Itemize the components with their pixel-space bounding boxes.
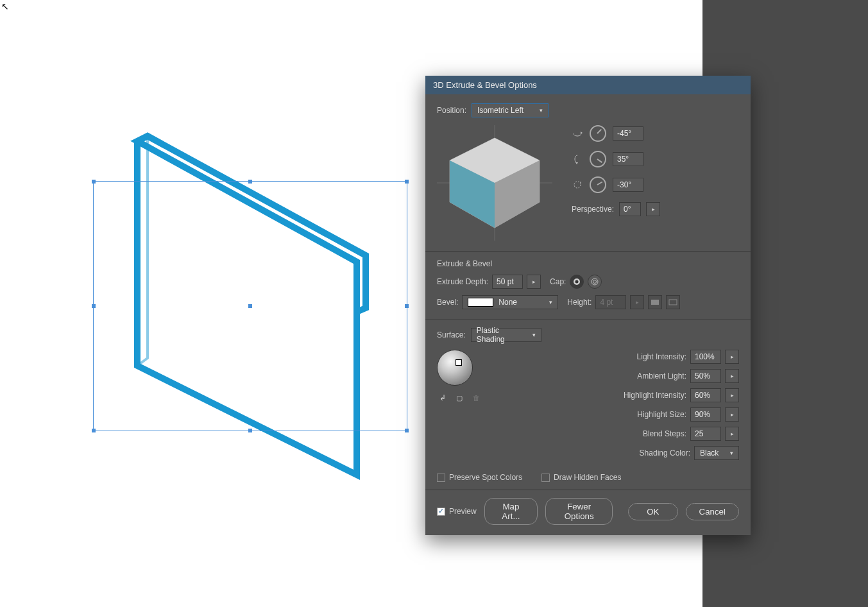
- chevron-down-icon: ▾: [532, 332, 536, 338]
- blend-steps-value[interactable]: 25: [690, 427, 721, 441]
- trash-icon: 🗑: [473, 394, 480, 402]
- checkbox-icon: [541, 474, 550, 482]
- ambient-light-value[interactable]: 50%: [690, 369, 721, 383]
- surface-select[interactable]: Plastic Shading ▾: [471, 328, 541, 342]
- preserve-spot-checkbox[interactable]: Preserve Spot Colors: [437, 473, 522, 482]
- light-intensity-stepper[interactable]: ▸: [725, 350, 739, 364]
- handle-mr[interactable]: [405, 304, 409, 308]
- handle-bl[interactable]: [92, 429, 96, 432]
- lighting-sphere[interactable]: [437, 350, 473, 386]
- arrow-icon: ↲: [439, 393, 446, 402]
- extrude-section-title: Extrude & Bevel: [437, 259, 739, 268]
- handle-ml[interactable]: [92, 304, 96, 308]
- highlight-size-value[interactable]: 90%: [690, 407, 721, 422]
- rotate-y-value[interactable]: 35°: [613, 152, 643, 166]
- extrude-depth-stepper[interactable]: ▸: [527, 275, 541, 289]
- chevron-down-icon: ▾: [540, 107, 543, 114]
- highlight-size-label: Highlight Size:: [572, 410, 686, 419]
- rotate-y-knob[interactable]: [590, 151, 606, 167]
- blend-steps-stepper[interactable]: ▸: [725, 427, 739, 441]
- rotate-y-icon: [572, 153, 583, 165]
- rotation-preview-cube[interactable]: [437, 125, 552, 241]
- highlight-intensity-value[interactable]: 60%: [690, 388, 721, 402]
- preserve-spot-label: Preserve Spot Colors: [449, 473, 522, 482]
- perspective-value[interactable]: 0°: [619, 202, 641, 216]
- handle-bm[interactable]: [248, 429, 252, 432]
- highlight-intensity-label: Highlight Intensity:: [572, 391, 686, 400]
- cursor-icon: ↖: [1, 1, 9, 12]
- svg-point-6: [574, 182, 581, 188]
- chevron-right-icon: ▸: [731, 411, 734, 418]
- svg-point-10: [593, 280, 597, 284]
- perspective-stepper[interactable]: ▸: [646, 202, 660, 216]
- chevron-right-icon: ▸: [652, 206, 655, 212]
- dialog-3d-extrude-bevel: 3D Extrude & Bevel Options Position: Iso…: [425, 76, 751, 535]
- highlight-intensity-stepper[interactable]: ▸: [725, 388, 739, 402]
- handle-tm[interactable]: [248, 180, 252, 184]
- height-value: 4 pt: [595, 295, 626, 309]
- bevel-label: Bevel:: [437, 298, 458, 307]
- surface-value: Plastic Shading: [477, 326, 527, 344]
- position-value: Isometric Left: [477, 106, 523, 115]
- selection-bounding-box[interactable]: [93, 181, 407, 431]
- rotate-x-value[interactable]: -45°: [613, 126, 643, 141]
- bevel-extent-out-button: [666, 295, 680, 309]
- surface-label: Surface:: [437, 330, 466, 339]
- rotation-controls: -45° 35° -30° Perspectiv: [572, 125, 660, 241]
- cap-on-button[interactable]: [570, 275, 584, 289]
- handle-br[interactable]: [405, 429, 409, 432]
- ambient-light-label: Ambient Light:: [572, 372, 686, 380]
- rotate-z-knob[interactable]: [590, 176, 606, 193]
- cancel-button[interactable]: Cancel: [686, 503, 740, 520]
- page-icon: ▢: [456, 394, 463, 402]
- position-label: Position:: [437, 106, 466, 115]
- map-art-button[interactable]: Map Art...: [484, 498, 538, 525]
- delete-light-button: 🗑: [470, 392, 482, 404]
- chevron-right-icon: ▸: [731, 431, 734, 437]
- bevel-shape-icon: [468, 298, 493, 307]
- preview-checkbox[interactable]: Preview: [437, 507, 477, 516]
- preview-label: Preview: [449, 507, 477, 516]
- ambient-light-stepper[interactable]: ▸: [725, 369, 739, 383]
- shading-color-select[interactable]: Black ▾: [694, 446, 739, 460]
- svg-point-9: [591, 278, 598, 285]
- height-stepper: ▸: [630, 295, 644, 309]
- ok-button[interactable]: OK: [628, 503, 677, 520]
- blend-steps-label: Blend Steps:: [572, 429, 686, 438]
- rotate-z-value[interactable]: -30°: [613, 178, 643, 192]
- checkbox-icon: [437, 474, 445, 482]
- light-intensity-label: Light Intensity:: [572, 352, 686, 361]
- lighting-sphere-group: ↲ ▢ 🗑: [437, 350, 482, 465]
- position-select[interactable]: Isometric Left ▾: [472, 103, 549, 117]
- chevron-right-icon: ▸: [731, 392, 734, 398]
- rotate-z-icon: [572, 179, 583, 191]
- chevron-down-icon: ▾: [549, 299, 552, 305]
- new-light-button[interactable]: ▢: [454, 392, 465, 404]
- svg-rect-12: [669, 300, 677, 305]
- draw-hidden-label: Draw Hidden Faces: [554, 473, 621, 482]
- fewer-options-button[interactable]: Fewer Options: [545, 498, 613, 525]
- move-light-back-button[interactable]: ↲: [437, 392, 448, 404]
- extrude-depth-value[interactable]: 50 pt: [492, 275, 523, 289]
- svg-rect-11: [651, 300, 659, 305]
- light-handle[interactable]: [455, 359, 462, 366]
- height-label: Height:: [567, 298, 591, 307]
- rotate-x-knob[interactable]: [590, 125, 606, 142]
- light-intensity-value[interactable]: 100%: [690, 350, 721, 364]
- bevel-extent-in-button: [648, 295, 662, 309]
- bevel-select[interactable]: None ▾: [462, 295, 558, 309]
- lighting-properties: Light Intensity: 100% ▸ Ambient Light: 5…: [572, 350, 739, 465]
- perspective-label: Perspective:: [572, 205, 614, 214]
- shading-color-label: Shading Color:: [572, 449, 690, 457]
- chevron-right-icon: ▸: [532, 278, 536, 285]
- extrude-depth-label: Extrude Depth:: [437, 277, 488, 286]
- cap-off-button[interactable]: [588, 275, 602, 289]
- dialog-title[interactable]: 3D Extrude & Bevel Options: [425, 76, 751, 94]
- highlight-size-stepper[interactable]: ▸: [725, 407, 739, 422]
- draw-hidden-checkbox[interactable]: Draw Hidden Faces: [541, 473, 621, 482]
- handle-tl[interactable]: [92, 180, 96, 184]
- chevron-right-icon: ▸: [731, 354, 734, 360]
- rotate-x-icon: [572, 128, 583, 139]
- handle-tr[interactable]: [405, 180, 409, 184]
- chevron-down-icon: ▾: [730, 450, 733, 456]
